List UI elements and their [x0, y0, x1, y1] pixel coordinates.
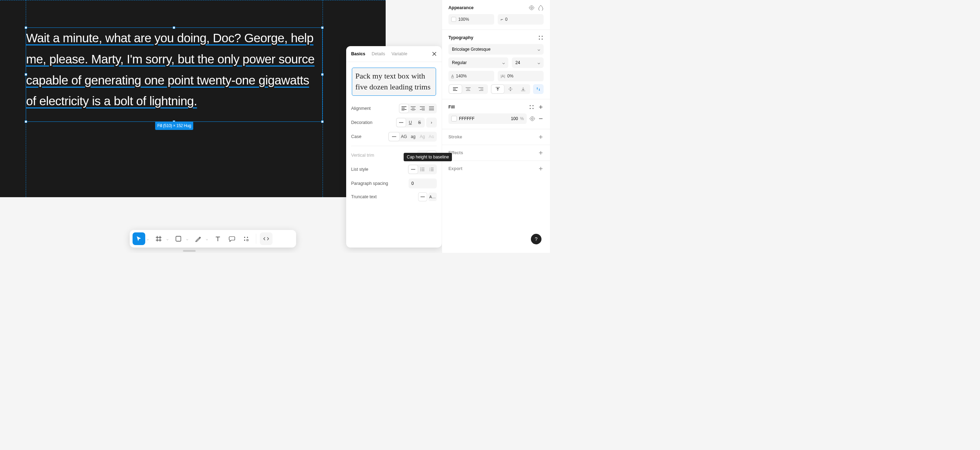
paragraph-spacing-label: Paragraph spacing [351, 181, 388, 186]
resize-handle-bottom-left[interactable] [25, 120, 27, 123]
align-left-button[interactable] [399, 104, 409, 112]
resize-handle-bottom-right[interactable] [321, 120, 324, 123]
tab-variable[interactable]: Variable [391, 51, 407, 56]
list-none-button[interactable] [409, 165, 418, 174]
frame-tool-chevron[interactable]: ⌵ [166, 237, 170, 241]
svg-rect-22 [247, 239, 248, 241]
effects-add-icon[interactable] [538, 150, 544, 155]
opacity-input[interactable]: 100% [449, 14, 494, 25]
resize-handle-mid-left[interactable] [25, 73, 27, 76]
text-align-center-button[interactable] [462, 85, 474, 93]
text-content[interactable]: Wait a minute, what are you doing, Doc? … [26, 31, 315, 108]
v-align-bottom-button[interactable] [517, 85, 530, 93]
vertical-trim-label: Vertical trim [351, 153, 374, 158]
resize-handle-top-right[interactable] [321, 26, 324, 29]
truncate-ellipsis-button[interactable]: A… [428, 193, 437, 201]
resize-handle-mid-right[interactable] [321, 73, 324, 76]
move-tool-button[interactable] [132, 232, 145, 245]
typography-section: Typography Bricolage Grotesque⌵ Regular⌵… [442, 30, 550, 99]
shape-tool-chevron[interactable]: ⌵ [186, 237, 190, 241]
font-family-value: Bricolage Grotesque [452, 47, 490, 52]
font-family-dropdown[interactable]: Bricolage Grotesque⌵ [449, 44, 544, 55]
actions-tool-button[interactable] [240, 232, 252, 245]
opacity-value: 100% [458, 17, 469, 22]
case-upper-button[interactable]: AG [399, 132, 409, 141]
properties-sidebar: Appearance 100% ⌐0 Typography Bricolage … [442, 0, 550, 253]
svg-point-8 [542, 36, 543, 37]
letter-spacing-input[interactable]: |A|0% [498, 71, 544, 81]
blend-mode-icon[interactable] [538, 5, 544, 11]
fill-hex-value[interactable]: FFFFFF [459, 116, 509, 121]
text-tool-button[interactable] [212, 232, 224, 245]
typography-preview: Pack my text box with five dozen leading… [352, 68, 436, 96]
svg-point-13 [530, 105, 531, 106]
truncate-none-button[interactable] [418, 193, 427, 201]
appearance-title: Appearance [449, 5, 474, 10]
guide-horizontal-top [0, 0, 386, 0]
decoration-underline-button[interactable]: U [406, 118, 415, 127]
decoration-more-button[interactable]: › [427, 118, 436, 127]
align-justify-button[interactable] [427, 104, 436, 112]
font-size-dropdown[interactable]: 24⌵ [512, 57, 544, 68]
comment-tool-button[interactable] [226, 232, 238, 245]
svg-point-2 [420, 170, 421, 171]
scroll-indicator[interactable] [183, 250, 196, 252]
case-none-button[interactable] [389, 132, 399, 141]
resize-handle-top-left[interactable] [25, 26, 27, 29]
shape-tool-button[interactable] [172, 232, 185, 245]
export-title: Export [449, 166, 463, 171]
fill-visibility-icon[interactable] [530, 116, 535, 122]
typography-settings-icon[interactable] [538, 35, 544, 41]
font-weight-dropdown[interactable]: Regular⌵ [449, 57, 508, 68]
tab-details[interactable]: Details [372, 51, 385, 56]
decoration-none-button[interactable] [396, 118, 406, 127]
decoration-strikethrough-button[interactable]: S [415, 118, 424, 127]
v-align-middle-button[interactable] [504, 85, 517, 93]
svg-point-17 [531, 118, 533, 120]
tab-basics[interactable]: Basics [351, 51, 365, 56]
text-align-segment [449, 84, 488, 94]
letter-spacing-value: 0% [507, 74, 513, 79]
fill-swatch[interactable] [451, 116, 457, 122]
vertical-align-segment [491, 84, 530, 94]
truncate-segment: A… [418, 193, 437, 201]
help-button[interactable]: ? [531, 234, 541, 244]
case-lower-button[interactable]: ag [409, 132, 418, 141]
fill-styles-icon[interactable] [529, 104, 535, 110]
canvas-dark-area[interactable]: Wait a minute, what are you doing, Doc? … [0, 0, 386, 197]
fill-remove-icon[interactable] [538, 116, 544, 122]
fill-add-icon[interactable] [538, 104, 544, 110]
dev-mode-button[interactable] [260, 232, 272, 245]
svg-point-11 [537, 88, 538, 89]
text-align-right-button[interactable] [474, 85, 487, 93]
svg-point-12 [539, 90, 540, 91]
fill-opacity-value[interactable]: 100 [511, 116, 518, 121]
frame-tool-button[interactable] [152, 232, 165, 245]
close-icon[interactable] [432, 51, 437, 56]
pen-tool-chevron[interactable]: ⌵ [206, 237, 210, 241]
stroke-add-icon[interactable] [538, 134, 544, 140]
resize-handle-top-center[interactable] [173, 26, 175, 29]
align-right-button[interactable] [418, 104, 427, 112]
case-title-button[interactable]: Ag [418, 132, 427, 141]
svg-point-16 [533, 108, 534, 109]
align-center-button[interactable] [409, 104, 418, 112]
v-align-top-button[interactable] [492, 85, 504, 93]
list-bullet-button[interactable] [418, 165, 427, 174]
list-numbered-button[interactable]: 123 [427, 165, 436, 174]
corner-radius-input[interactable]: ⌐0 [498, 14, 544, 25]
pen-tool-button[interactable] [192, 232, 204, 245]
selected-text-frame[interactable]: Wait a minute, what are you doing, Doc? … [26, 27, 323, 122]
case-smallcaps-button[interactable]: Aɢ [427, 132, 436, 141]
decoration-label: Decoration [351, 120, 372, 125]
fill-color-chip[interactable]: FFFFFF 100 % [449, 113, 527, 124]
line-height-input[interactable]: A140% [449, 71, 494, 81]
list-style-label: List style [351, 167, 368, 172]
text-align-left-button[interactable] [449, 85, 462, 93]
visibility-icon[interactable] [529, 5, 535, 11]
typography-more-button[interactable] [533, 84, 544, 94]
paragraph-spacing-input[interactable] [409, 179, 437, 189]
letter-spacing-icon: |A| [501, 74, 505, 78]
export-add-icon[interactable] [538, 166, 544, 171]
move-tool-chevron[interactable]: ⌵ [146, 237, 151, 241]
